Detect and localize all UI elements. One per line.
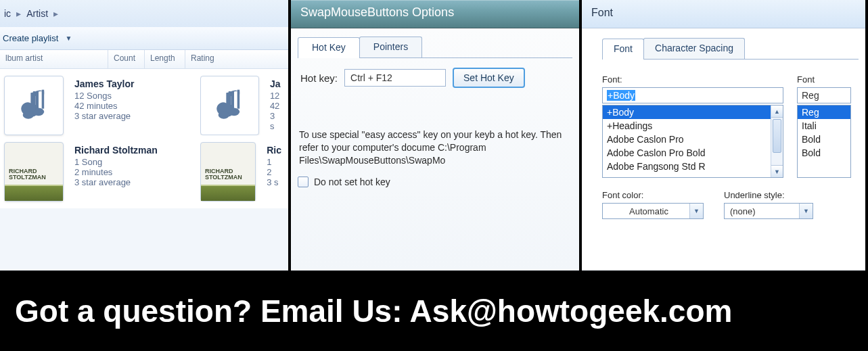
hotkey-input[interactable]	[344, 69, 446, 87]
toolbar: Create playlist ▼	[0, 27, 288, 50]
dropdown-arrow-icon[interactable]: ▼	[65, 34, 72, 42]
album-art: RICHARDSTOLTZMAN	[4, 142, 64, 202]
scroll-down-icon[interactable]: ▼	[771, 165, 783, 177]
footer-text: Got a question? Email Us: Ask@howtogeek.…	[15, 293, 732, 329]
font-style-input[interactable]: Reg	[797, 87, 851, 103]
font-dialog: Font Font Character Spacing Font: +Body …	[582, 0, 865, 271]
list-item[interactable]: +Headings	[603, 119, 783, 133]
scroll-up-icon[interactable]: ▲	[771, 106, 783, 118]
artist-name: James Taylor	[74, 78, 134, 89]
album-art: RICHARDSTOLTZMAN	[200, 142, 256, 202]
album-item[interactable]: RICHARDSTOLTZMAN Richard Stoltzman 1 Son…	[4, 142, 193, 202]
underline-style-label: Underline style:	[724, 190, 813, 200]
font-listbox[interactable]: +Body+HeadingsAdobe Caslon ProAdobe Casl…	[602, 105, 783, 178]
font-style-listbox[interactable]: RegItaliBoldBold	[797, 105, 851, 178]
font-color-label: Font color:	[602, 190, 704, 200]
chevron-down-icon[interactable]: ▼	[689, 204, 703, 218]
underline-style-combo[interactable]: (none) ▼	[724, 203, 813, 219]
column-headers: lbum artist Count Length Rating	[0, 50, 288, 69]
artist-name: Ric	[267, 145, 281, 156]
list-item[interactable]: Adobe Caslon Pro Bold	[603, 146, 783, 160]
music-note-icon	[4, 76, 64, 135]
footer-banner: Got a question? Email Us: Ask@howtogeek.…	[0, 271, 868, 351]
breadcrumb-bar: ic ▸ Artist ▸	[0, 0, 288, 27]
breadcrumb-item[interactable]: ic	[0, 8, 15, 19]
column-header-rating[interactable]: Rating	[185, 50, 226, 68]
underline-style-value: (none)	[725, 206, 799, 216]
song-count: 1 Song	[74, 157, 158, 167]
artist-name: Ja	[270, 78, 281, 89]
checkbox-label: Do not set hot key	[314, 177, 390, 187]
chevron-right-icon: ▸	[52, 8, 60, 19]
svg-point-4	[219, 111, 229, 119]
hotkey-label: Hot key:	[300, 72, 338, 84]
svg-point-0	[23, 111, 34, 119]
rating: 3 s	[267, 177, 281, 187]
do-not-set-hotkey-checkbox[interactable]	[298, 177, 309, 187]
swapmousebuttons-dialog: SwapMouseButtons Options Hot Key Pointer…	[291, 0, 582, 271]
song-count: 12	[270, 91, 281, 101]
set-hotkey-button[interactable]: Set Hot Key	[453, 68, 525, 88]
list-item[interactable]: +Body	[603, 106, 783, 119]
column-header-artist[interactable]: lbum artist	[0, 50, 108, 68]
tab-strip: Hot Key Pointers	[298, 37, 572, 58]
album-item[interactable]: RICHARDSTOLTZMAN Ric 1 2 3 s	[200, 142, 281, 202]
song-count: 1	[267, 157, 281, 167]
dialog-title: SwapMouseButtons Options	[291, 0, 579, 28]
artist-name: Richard Stoltzman	[74, 145, 158, 156]
list-item[interactable]: Bold	[798, 146, 850, 160]
create-playlist-button[interactable]: Create playlist	[3, 33, 58, 43]
column-header-length[interactable]: Length	[145, 50, 185, 68]
tab-font[interactable]: Font	[602, 39, 644, 60]
font-color-combo[interactable]: Automatic ▼	[602, 203, 704, 219]
duration: 2	[267, 167, 281, 177]
rating: 3 star average	[74, 177, 158, 187]
album-grid: James Taylor 12 Songs 42 minutes 3 star …	[0, 69, 288, 208]
scrollbar[interactable]: ▲ ▼	[771, 106, 783, 177]
font-label: Font:	[602, 74, 783, 85]
music-library-panel: ic ▸ Artist ▸ Create playlist ▼ lbum art…	[0, 0, 291, 271]
svg-rect-6	[229, 91, 231, 110]
duration: 42	[270, 101, 281, 111]
font-style-label: Font	[797, 74, 851, 85]
list-item[interactable]: Reg	[798, 106, 850, 119]
tab-hotkey[interactable]: Hot Key	[298, 37, 360, 58]
list-item[interactable]: Adobe Fangsong Std R	[603, 160, 783, 173]
music-note-icon	[200, 76, 259, 135]
list-item[interactable]: Bold	[798, 133, 850, 146]
song-count: 12 Songs	[74, 91, 134, 101]
rating: 3 star average	[74, 111, 134, 121]
chevron-down-icon[interactable]: ▼	[799, 204, 813, 218]
album-item[interactable]: Ja 12 42 3 s	[200, 76, 281, 135]
duration: 42 minutes	[74, 101, 134, 111]
list-item[interactable]: Itali	[798, 119, 850, 133]
tab-pointers[interactable]: Pointers	[359, 37, 422, 57]
font-input[interactable]: +Body	[607, 90, 635, 101]
duration: 2 minutes	[74, 167, 158, 177]
dialog-title: Font	[582, 0, 865, 28]
tab-character-spacing[interactable]: Character Spacing	[643, 38, 745, 59]
album-item[interactable]: James Taylor 12 Songs 42 minutes 3 star …	[4, 76, 193, 135]
tab-strip: Font Character Spacing	[602, 38, 859, 60]
font-color-value: Automatic	[603, 206, 689, 216]
rating: 3 s	[270, 111, 281, 131]
svg-rect-2	[33, 91, 36, 110]
list-item[interactable]: Adobe Caslon Pro	[603, 133, 783, 146]
breadcrumb-item[interactable]: Artist	[22, 8, 52, 19]
scroll-thumb[interactable]	[773, 119, 781, 153]
chevron-right-icon: ▸	[15, 8, 22, 19]
help-text: To use special "easy access" key on your…	[299, 128, 571, 167]
column-header-count[interactable]: Count	[108, 50, 145, 68]
